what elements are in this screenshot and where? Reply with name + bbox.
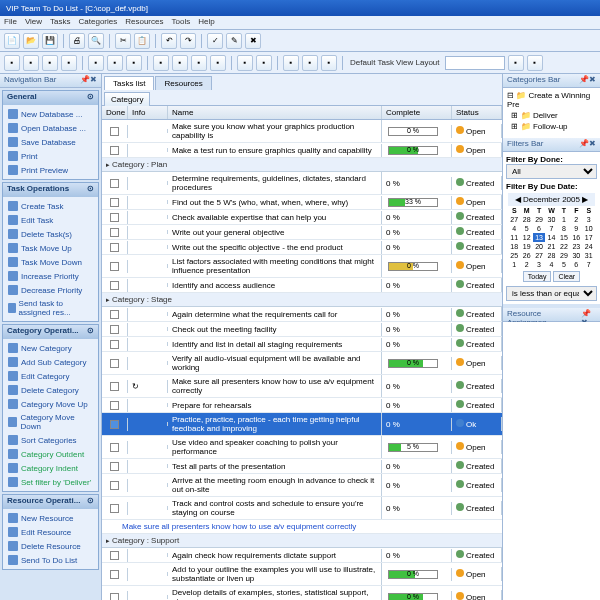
done-checkbox[interactable]: [110, 382, 119, 391]
chevron-icon[interactable]: ⊙: [87, 92, 94, 104]
cal-day[interactable]: 15: [558, 233, 570, 242]
col-header[interactable]: Info: [128, 106, 168, 119]
task-row[interactable]: Determine requirements, guidelines, dict…: [102, 172, 502, 195]
new-icon[interactable]: 📄: [4, 33, 20, 49]
nav-item[interactable]: Open Database ...: [5, 121, 96, 135]
cal-day[interactable]: 3: [583, 215, 595, 224]
calendar[interactable]: ◀ December 2005 ▶ SMTWTFS272829301234567…: [506, 191, 597, 286]
cal-day[interactable]: 16: [570, 233, 582, 242]
panel-header[interactable]: Resource Operati...⊙: [3, 495, 98, 509]
nav-item[interactable]: Edit Task: [5, 213, 96, 227]
cal-day[interactable]: 18: [508, 242, 520, 251]
done-checkbox[interactable]: [110, 146, 119, 155]
cal-next-icon[interactable]: ▶: [582, 195, 588, 204]
cut-icon[interactable]: ✂: [115, 33, 131, 49]
tb-icon[interactable]: ▪: [302, 55, 318, 71]
nav-item[interactable]: New Category: [5, 341, 96, 355]
task-row[interactable]: Check available expertise that can help …: [102, 210, 502, 225]
tab-tasks[interactable]: Tasks list: [104, 76, 154, 90]
cal-day[interactable]: 23: [570, 242, 582, 251]
cal-day[interactable]: 3: [533, 260, 545, 269]
task-row[interactable]: Use video and speaker coaching to polish…: [102, 436, 502, 459]
cal-day[interactable]: 9: [570, 224, 582, 233]
done-checkbox[interactable]: [110, 570, 119, 579]
cal-day[interactable]: 6: [533, 224, 545, 233]
chevron-icon[interactable]: ⊙: [87, 184, 94, 196]
layout-select[interactable]: [445, 56, 505, 70]
tb-icon[interactable]: ▪: [126, 55, 142, 71]
done-checkbox[interactable]: [110, 213, 119, 222]
done-checkbox[interactable]: [110, 310, 119, 319]
open-icon[interactable]: 📂: [23, 33, 39, 49]
tb-icon[interactable]: ▪: [237, 55, 253, 71]
cat-tree-item[interactable]: ⊟ 📁 Create a Winning Pre: [505, 90, 598, 110]
cal-day[interactable]: 8: [558, 224, 570, 233]
nav-item[interactable]: Send To Do List: [5, 553, 96, 567]
cal-day[interactable]: 5: [558, 260, 570, 269]
menu-tasks[interactable]: Tasks: [50, 17, 70, 28]
done-checkbox[interactable]: [110, 325, 119, 334]
cal-day[interactable]: 30: [570, 251, 582, 260]
pin-icon[interactable]: 📌✖: [579, 75, 596, 86]
task-row[interactable]: Check out the meeting facility0 %Created: [102, 322, 502, 337]
done-checkbox[interactable]: [110, 401, 119, 410]
col-header[interactable]: Name: [168, 106, 382, 119]
col-header[interactable]: Complete: [382, 106, 452, 119]
task-row[interactable]: Identify and access audience0 %Created: [102, 278, 502, 293]
tb-icon[interactable]: ▪: [23, 55, 39, 71]
cal-day[interactable]: 19: [520, 242, 532, 251]
nav-item[interactable]: Category Move Down: [5, 411, 96, 433]
cal-day[interactable]: 28: [545, 251, 557, 260]
task-row[interactable]: ↻Make sure all presenters know how to us…: [102, 375, 502, 398]
filter-op-select[interactable]: is less than or equal to: [506, 286, 597, 301]
done-checkbox[interactable]: [110, 462, 119, 471]
menu-help[interactable]: Help: [198, 17, 214, 28]
panel-header[interactable]: Task Operations⊙: [3, 183, 98, 197]
tb-icon[interactable]: ▪: [153, 55, 169, 71]
tb-icon[interactable]: ▪: [527, 55, 543, 71]
cal-day[interactable]: 6: [570, 260, 582, 269]
today-button[interactable]: Today: [523, 271, 552, 282]
nav-item[interactable]: Decrease Priority: [5, 283, 96, 297]
task-row[interactable]: Verify all audio-visual equipment will b…: [102, 352, 502, 375]
nav-item[interactable]: Sort Categories: [5, 433, 96, 447]
cal-day[interactable]: 1: [508, 260, 520, 269]
nav-item[interactable]: Category Outdent: [5, 447, 96, 461]
cal-day[interactable]: 20: [533, 242, 545, 251]
cal-day[interactable]: 12: [520, 233, 532, 242]
undo-icon[interactable]: ↶: [161, 33, 177, 49]
done-checkbox[interactable]: [110, 443, 119, 452]
tb-icon[interactable]: ▪: [191, 55, 207, 71]
task-row[interactable]: Identify and list in detail all staging …: [102, 337, 502, 352]
cal-day[interactable]: 25: [508, 251, 520, 260]
nav-item[interactable]: Edit Resource: [5, 525, 96, 539]
menu-categories[interactable]: Categories: [79, 17, 118, 28]
tb-icon[interactable]: ▪: [283, 55, 299, 71]
tb-icon[interactable]: ▪: [321, 55, 337, 71]
done-checkbox[interactable]: [110, 179, 119, 188]
preview-icon[interactable]: 🔍: [88, 33, 104, 49]
cal-day[interactable]: 21: [545, 242, 557, 251]
cal-day[interactable]: 7: [583, 260, 595, 269]
nav-item[interactable]: Category Move Up: [5, 397, 96, 411]
done-checkbox[interactable]: [110, 481, 119, 490]
task-row[interactable]: Write out your general objective0 %Creat…: [102, 225, 502, 240]
nav-item[interactable]: Edit Category: [5, 369, 96, 383]
task-row[interactable]: Again determine what the requirements ca…: [102, 307, 502, 322]
clear-button[interactable]: Clear: [553, 271, 580, 282]
task-row[interactable]: Practice, practice, practice - each time…: [102, 413, 502, 436]
nav-item[interactable]: Create Task: [5, 199, 96, 213]
cat-tree-item[interactable]: ⊞ 📁 Deliver: [505, 110, 598, 121]
tb-icon[interactable]: ▪: [61, 55, 77, 71]
cal-day[interactable]: 5: [520, 224, 532, 233]
tb-icon[interactable]: ▪: [256, 55, 272, 71]
category-row[interactable]: Category : Support: [102, 534, 502, 548]
category-button[interactable]: Category: [104, 92, 150, 107]
delete-icon[interactable]: ✖: [245, 33, 261, 49]
task-row[interactable]: Write out the specific objective - the e…: [102, 240, 502, 255]
done-checkbox[interactable]: [110, 551, 119, 560]
copy-icon[interactable]: 📋: [134, 33, 150, 49]
done-checkbox[interactable]: [110, 262, 119, 271]
nav-item[interactable]: Delete Task(s): [5, 227, 96, 241]
tb-icon[interactable]: ▪: [172, 55, 188, 71]
